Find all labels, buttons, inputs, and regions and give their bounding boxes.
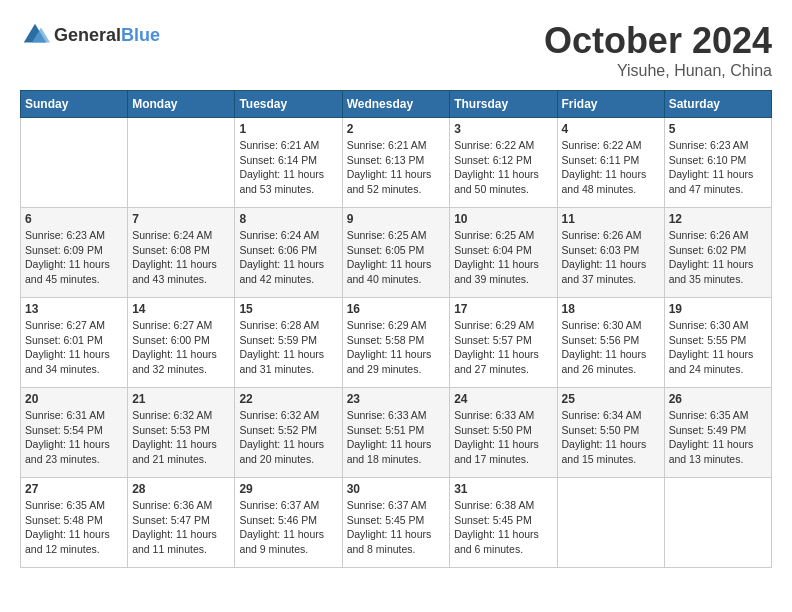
day-info: Sunrise: 6:27 AM Sunset: 6:01 PM Dayligh… bbox=[25, 318, 123, 377]
calendar-cell: 8 Sunrise: 6:24 AM Sunset: 6:06 PM Dayli… bbox=[235, 208, 342, 298]
day-number: 19 bbox=[669, 302, 767, 316]
day-info: Sunrise: 6:21 AM Sunset: 6:13 PM Dayligh… bbox=[347, 138, 446, 197]
day-info: Sunrise: 6:25 AM Sunset: 6:05 PM Dayligh… bbox=[347, 228, 446, 287]
sunset-info: Sunset: 6:06 PM bbox=[239, 244, 317, 256]
day-info: Sunrise: 6:33 AM Sunset: 5:51 PM Dayligh… bbox=[347, 408, 446, 467]
day-info: Sunrise: 6:21 AM Sunset: 6:14 PM Dayligh… bbox=[239, 138, 337, 197]
sunrise-info: Sunrise: 6:23 AM bbox=[25, 229, 105, 241]
calendar-cell: 16 Sunrise: 6:29 AM Sunset: 5:58 PM Dayl… bbox=[342, 298, 450, 388]
sunrise-info: Sunrise: 6:34 AM bbox=[562, 409, 642, 421]
day-number: 31 bbox=[454, 482, 552, 496]
sunset-info: Sunset: 5:59 PM bbox=[239, 334, 317, 346]
sunset-info: Sunset: 5:55 PM bbox=[669, 334, 747, 346]
daylight-info: Daylight: 11 hours and 34 minutes. bbox=[25, 348, 110, 375]
daylight-info: Daylight: 11 hours and 31 minutes. bbox=[239, 348, 324, 375]
header-tuesday: Tuesday bbox=[235, 91, 342, 118]
calendar-week-row: 1 Sunrise: 6:21 AM Sunset: 6:14 PM Dayli… bbox=[21, 118, 772, 208]
calendar-cell: 23 Sunrise: 6:33 AM Sunset: 5:51 PM Dayl… bbox=[342, 388, 450, 478]
day-info: Sunrise: 6:29 AM Sunset: 5:58 PM Dayligh… bbox=[347, 318, 446, 377]
calendar-cell: 6 Sunrise: 6:23 AM Sunset: 6:09 PM Dayli… bbox=[21, 208, 128, 298]
day-info: Sunrise: 6:37 AM Sunset: 5:45 PM Dayligh… bbox=[347, 498, 446, 557]
sunset-info: Sunset: 6:10 PM bbox=[669, 154, 747, 166]
daylight-info: Daylight: 11 hours and 11 minutes. bbox=[132, 528, 217, 555]
day-number: 13 bbox=[25, 302, 123, 316]
sunset-info: Sunset: 5:53 PM bbox=[132, 424, 210, 436]
day-info: Sunrise: 6:25 AM Sunset: 6:04 PM Dayligh… bbox=[454, 228, 552, 287]
calendar-cell: 4 Sunrise: 6:22 AM Sunset: 6:11 PM Dayli… bbox=[557, 118, 664, 208]
daylight-info: Daylight: 11 hours and 39 minutes. bbox=[454, 258, 539, 285]
sunrise-info: Sunrise: 6:35 AM bbox=[25, 499, 105, 511]
calendar-cell: 29 Sunrise: 6:37 AM Sunset: 5:46 PM Dayl… bbox=[235, 478, 342, 568]
day-number: 10 bbox=[454, 212, 552, 226]
daylight-info: Daylight: 11 hours and 29 minutes. bbox=[347, 348, 432, 375]
daylight-info: Daylight: 11 hours and 23 minutes. bbox=[25, 438, 110, 465]
sunrise-info: Sunrise: 6:26 AM bbox=[669, 229, 749, 241]
sunset-info: Sunset: 5:47 PM bbox=[132, 514, 210, 526]
calendar-cell: 14 Sunrise: 6:27 AM Sunset: 6:00 PM Dayl… bbox=[128, 298, 235, 388]
sunset-info: Sunset: 6:08 PM bbox=[132, 244, 210, 256]
sunrise-info: Sunrise: 6:33 AM bbox=[454, 409, 534, 421]
day-info: Sunrise: 6:22 AM Sunset: 6:12 PM Dayligh… bbox=[454, 138, 552, 197]
day-info: Sunrise: 6:22 AM Sunset: 6:11 PM Dayligh… bbox=[562, 138, 660, 197]
calendar-cell: 25 Sunrise: 6:34 AM Sunset: 5:50 PM Dayl… bbox=[557, 388, 664, 478]
calendar-cell: 10 Sunrise: 6:25 AM Sunset: 6:04 PM Dayl… bbox=[450, 208, 557, 298]
sunset-info: Sunset: 6:03 PM bbox=[562, 244, 640, 256]
location-title: Yisuhe, Hunan, China bbox=[544, 62, 772, 80]
sunset-info: Sunset: 6:00 PM bbox=[132, 334, 210, 346]
weekday-header-row: Sunday Monday Tuesday Wednesday Thursday… bbox=[21, 91, 772, 118]
daylight-info: Daylight: 11 hours and 12 minutes. bbox=[25, 528, 110, 555]
daylight-info: Daylight: 11 hours and 50 minutes. bbox=[454, 168, 539, 195]
calendar-cell: 3 Sunrise: 6:22 AM Sunset: 6:12 PM Dayli… bbox=[450, 118, 557, 208]
sunrise-info: Sunrise: 6:25 AM bbox=[347, 229, 427, 241]
logo-icon bbox=[20, 20, 50, 50]
sunrise-info: Sunrise: 6:25 AM bbox=[454, 229, 534, 241]
day-number: 24 bbox=[454, 392, 552, 406]
day-info: Sunrise: 6:30 AM Sunset: 5:56 PM Dayligh… bbox=[562, 318, 660, 377]
logo: GeneralBlue bbox=[20, 20, 160, 50]
sunset-info: Sunset: 5:48 PM bbox=[25, 514, 103, 526]
day-number: 16 bbox=[347, 302, 446, 316]
sunrise-info: Sunrise: 6:32 AM bbox=[239, 409, 319, 421]
daylight-info: Daylight: 11 hours and 17 minutes. bbox=[454, 438, 539, 465]
daylight-info: Daylight: 11 hours and 13 minutes. bbox=[669, 438, 754, 465]
calendar-cell: 22 Sunrise: 6:32 AM Sunset: 5:52 PM Dayl… bbox=[235, 388, 342, 478]
sunrise-info: Sunrise: 6:23 AM bbox=[669, 139, 749, 151]
sunrise-info: Sunrise: 6:21 AM bbox=[347, 139, 427, 151]
daylight-info: Daylight: 11 hours and 53 minutes. bbox=[239, 168, 324, 195]
header-sunday: Sunday bbox=[21, 91, 128, 118]
day-number: 20 bbox=[25, 392, 123, 406]
header-wednesday: Wednesday bbox=[342, 91, 450, 118]
day-info: Sunrise: 6:28 AM Sunset: 5:59 PM Dayligh… bbox=[239, 318, 337, 377]
day-number: 8 bbox=[239, 212, 337, 226]
title-block: October 2024 Yisuhe, Hunan, China bbox=[544, 20, 772, 80]
sunset-info: Sunset: 6:14 PM bbox=[239, 154, 317, 166]
sunrise-info: Sunrise: 6:29 AM bbox=[347, 319, 427, 331]
calendar-cell: 21 Sunrise: 6:32 AM Sunset: 5:53 PM Dayl… bbox=[128, 388, 235, 478]
sunrise-info: Sunrise: 6:24 AM bbox=[239, 229, 319, 241]
day-info: Sunrise: 6:23 AM Sunset: 6:10 PM Dayligh… bbox=[669, 138, 767, 197]
calendar-cell: 9 Sunrise: 6:25 AM Sunset: 6:05 PM Dayli… bbox=[342, 208, 450, 298]
daylight-info: Daylight: 11 hours and 43 minutes. bbox=[132, 258, 217, 285]
day-number: 12 bbox=[669, 212, 767, 226]
day-info: Sunrise: 6:35 AM Sunset: 5:48 PM Dayligh… bbox=[25, 498, 123, 557]
header-thursday: Thursday bbox=[450, 91, 557, 118]
day-info: Sunrise: 6:35 AM Sunset: 5:49 PM Dayligh… bbox=[669, 408, 767, 467]
sunset-info: Sunset: 6:13 PM bbox=[347, 154, 425, 166]
day-number: 5 bbox=[669, 122, 767, 136]
sunset-info: Sunset: 6:05 PM bbox=[347, 244, 425, 256]
calendar-cell: 30 Sunrise: 6:37 AM Sunset: 5:45 PM Dayl… bbox=[342, 478, 450, 568]
calendar-cell bbox=[21, 118, 128, 208]
day-number: 26 bbox=[669, 392, 767, 406]
calendar-cell bbox=[557, 478, 664, 568]
sunset-info: Sunset: 6:02 PM bbox=[669, 244, 747, 256]
day-number: 15 bbox=[239, 302, 337, 316]
calendar-cell: 5 Sunrise: 6:23 AM Sunset: 6:10 PM Dayli… bbox=[664, 118, 771, 208]
month-title: October 2024 bbox=[544, 20, 772, 62]
calendar-week-row: 6 Sunrise: 6:23 AM Sunset: 6:09 PM Dayli… bbox=[21, 208, 772, 298]
day-info: Sunrise: 6:26 AM Sunset: 6:02 PM Dayligh… bbox=[669, 228, 767, 287]
sunrise-info: Sunrise: 6:29 AM bbox=[454, 319, 534, 331]
calendar-cell: 24 Sunrise: 6:33 AM Sunset: 5:50 PM Dayl… bbox=[450, 388, 557, 478]
sunrise-info: Sunrise: 6:38 AM bbox=[454, 499, 534, 511]
calendar-header: Sunday Monday Tuesday Wednesday Thursday… bbox=[21, 91, 772, 118]
calendar-cell: 1 Sunrise: 6:21 AM Sunset: 6:14 PM Dayli… bbox=[235, 118, 342, 208]
